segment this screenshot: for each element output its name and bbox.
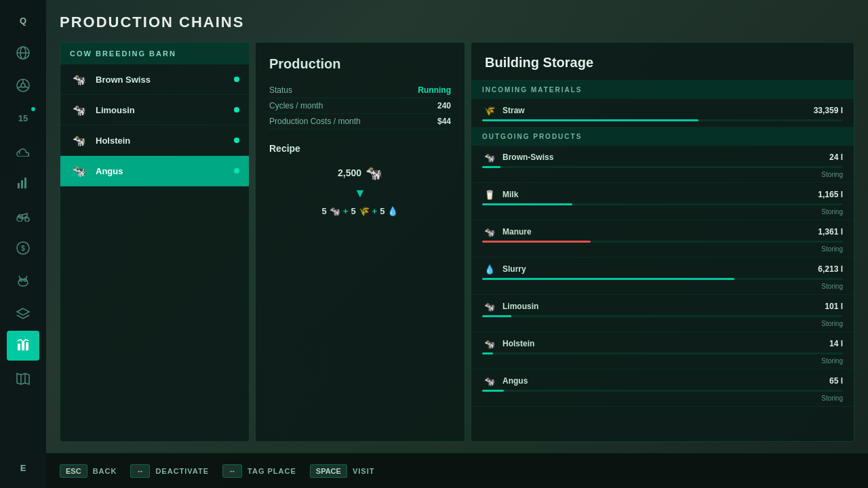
stat-row-cycles: Cycles / month 240	[269, 98, 451, 114]
production-detail-panel: Production Status Running Cycles / month…	[255, 42, 465, 442]
limousin-storage-wrap: 🐄 Limousin	[482, 300, 538, 312]
svg-rect-20	[26, 342, 28, 350]
svg-line-7	[25, 87, 29, 89]
straw-name: Straw	[502, 106, 525, 115]
brown-swiss-status-dot	[234, 77, 239, 82]
sidebar-item-finance[interactable]: $	[7, 233, 39, 263]
limousin-storage-icon: 🐄	[482, 300, 497, 312]
sidebar-item-chart[interactable]	[7, 168, 39, 198]
limousin-status: Storing	[482, 320, 843, 329]
page-title: PRODUCTION CHAINS	[60, 14, 854, 31]
sidebar-item-layers[interactable]	[7, 298, 39, 328]
holstein-bar-wrap	[482, 352, 843, 354]
straw-name-wrap: 🌾 Straw	[482, 104, 525, 117]
sidebar-item-e[interactable]: E	[7, 453, 39, 483]
angus-storage-row: 🐄 Angus 65 l	[482, 375, 843, 387]
manure-icon: 🐄	[482, 226, 497, 238]
holstein-storage-icon: 🐄	[482, 338, 497, 350]
angus-bar-wrap	[482, 390, 843, 392]
storage-item-straw: 🌾 Straw 33,359 l	[471, 99, 854, 127]
brown-swiss-label: Brown Swiss	[96, 75, 234, 85]
sidebar-item-tractor[interactable]	[7, 201, 39, 230]
manure-name-wrap: 🐄 Manure	[482, 226, 532, 238]
deactivate-key: ↔	[130, 464, 150, 478]
milk-row: 🥛 Milk 1,165 l	[482, 188, 843, 201]
sidebar-item-animals[interactable]	[7, 266, 39, 296]
angus-storage-name: Angus	[502, 376, 528, 386]
manure-bar	[482, 241, 591, 243]
tagplace-key: ↔	[222, 464, 242, 478]
recipe-output-icon: 🐄	[366, 165, 382, 181]
list-item-angus[interactable]: 🐄 Angus	[60, 156, 249, 186]
milk-bar-wrap	[482, 203, 843, 205]
input-1-amount: 5	[322, 206, 327, 216]
manure-name: Manure	[502, 227, 532, 237]
brown-swiss-bar	[482, 166, 500, 168]
straw-bar-wrap	[482, 119, 843, 121]
sidebar-item-production[interactable]	[7, 331, 39, 361]
building-storage-panel: Building Storage INCOMING MATERIALS 🌾 St…	[471, 42, 854, 442]
slurry-name: Slurry	[502, 264, 526, 274]
straw-amount: 33,359 l	[814, 106, 843, 115]
visit-label: VISIT	[353, 467, 375, 475]
svg-rect-18	[18, 344, 20, 350]
slurry-row: 💧 Slurry 6,213 l	[482, 263, 843, 275]
svg-text:$: $	[21, 245, 25, 252]
esc-button-group[interactable]: ESC BACK	[60, 464, 117, 478]
svg-rect-10	[24, 178, 26, 188]
holstein-storage-row: 🐄 Holstein 14 l	[482, 338, 843, 350]
sidebar-item-weather[interactable]	[7, 136, 39, 165]
list-item-limousin[interactable]: 🐄 Limousin	[60, 95, 249, 125]
manure-status: Storing	[482, 245, 843, 254]
limousin-status-dot	[234, 107, 239, 113]
svg-rect-19	[22, 341, 24, 350]
deactivate-button-group[interactable]: ↔ DEACTIVATE	[130, 464, 209, 478]
stat-cycles-value: 240	[437, 101, 451, 110]
angus-bar	[482, 390, 504, 392]
input-3-amount: 5	[380, 206, 384, 216]
limousin-icon: 🐄	[70, 102, 89, 117]
tagplace-button-group[interactable]: ↔ TAG PLACE	[222, 464, 296, 478]
angus-status: Storing	[482, 394, 843, 403]
storage-item-holstein: 🐄 Holstein 14 l Storing	[471, 332, 854, 369]
storage-item-milk: 🥛 Milk 1,165 l Storing	[471, 183, 854, 220]
holstein-storage-amount: 14 l	[829, 339, 843, 348]
milk-name: Milk	[502, 190, 518, 199]
sidebar-item-map[interactable]	[7, 363, 39, 393]
storage-item-manure: 🐄 Manure 1,361 l Storing	[471, 220, 854, 258]
milk-name-wrap: 🥛 Milk	[482, 188, 518, 201]
svg-point-4	[21, 83, 25, 87]
sidebar-item-q[interactable]: Q	[7, 5, 39, 35]
storage-item-limousin: 🐄 Limousin 101 l Storing	[471, 295, 854, 332]
angus-label: Angus	[96, 166, 234, 176]
limousin-storage-row: 🐄 Limousin 101 l	[482, 300, 843, 312]
angus-storage-amount: 65 l	[829, 376, 843, 386]
recipe-inputs: 5 🐄 + 5 🌾 + 5 💧	[322, 206, 399, 216]
limousin-label: Limousin	[96, 105, 234, 115]
visit-button-group[interactable]: SPACE VISIT	[310, 464, 375, 478]
limousin-storage-name: Limousin	[502, 302, 538, 311]
limousin-bar	[482, 315, 511, 317]
brown-swiss-status: Storing	[482, 171, 843, 180]
list-item-brown-swiss[interactable]: 🐄 Brown Swiss	[60, 64, 249, 95]
storage-item-angus: 🐄 Angus 65 l Storing	[471, 369, 854, 407]
sidebar-item-steering[interactable]	[7, 70, 39, 100]
angus-icon: 🐄	[70, 163, 89, 178]
manure-bar-wrap	[482, 241, 843, 243]
slurry-bar	[482, 278, 734, 280]
holstein-label: Holstein	[96, 136, 234, 146]
recipe-area: 2,500 🐄 ▼ 5 🐄 + 5 🌾 + 5 💧	[269, 165, 451, 216]
production-panel-title: Production	[269, 56, 451, 72]
sidebar-item-globe[interactable]	[7, 38, 39, 68]
svg-line-6	[18, 87, 22, 89]
plus-2: +	[372, 206, 378, 216]
sidebar-item-calendar[interactable]: 15	[7, 103, 39, 133]
back-label: BACK	[93, 467, 117, 475]
storage-item-brown-swiss: 🐄 Brown-Swiss 24 l Storing	[471, 146, 854, 183]
storage-panel-title: Building Storage	[471, 43, 854, 81]
list-item-holstein[interactable]: 🐄 Holstein	[60, 125, 249, 156]
straw-row: 🌾 Straw 33,359 l	[482, 104, 843, 117]
milk-status: Storing	[482, 208, 843, 217]
outgoing-section-header: OUTGOINg productS	[471, 127, 854, 146]
recipe-arrow-icon: ▼	[354, 186, 366, 201]
